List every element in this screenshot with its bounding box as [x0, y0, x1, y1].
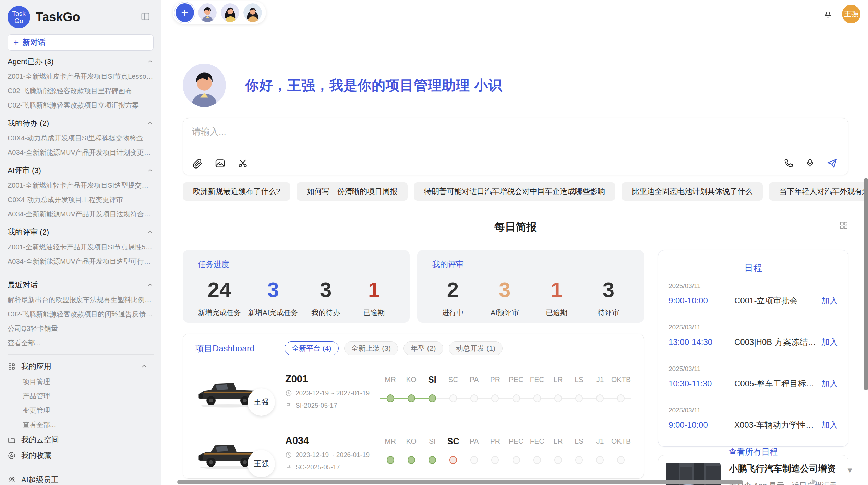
apps-grid-icon: [8, 362, 16, 371]
sidebar-section: Agent已办 (3) Z001-全新燃油皮卡产品开发项目SI节点Lesson …: [8, 54, 154, 112]
milestone-dot[interactable]: [596, 394, 604, 402]
milestone-dot[interactable]: [387, 394, 394, 402]
new-chat-button[interactable]: + 新对话: [8, 34, 154, 51]
project-info: A034 2023-12-19 ~ 2026-01-19 SC-2025-05-…: [285, 435, 371, 471]
recent-conversation-item[interactable]: 查看全部...: [8, 336, 154, 350]
sidebar-item-favorites[interactable]: 我的收藏: [8, 448, 154, 463]
sidebar-section-title: 我的评审 (2): [8, 227, 49, 237]
suggestion-chip[interactable]: 如何写一份清晰的项目周报: [297, 182, 408, 201]
sidebar-section-header[interactable]: 我的待办 (2): [8, 116, 154, 131]
sidebar-conversation-item[interactable]: C02-飞腾新能源轻客改款项目里程碑画布: [8, 84, 154, 98]
sidebar-tool-item[interactable]: AI超级员工: [8, 472, 154, 485]
milestone-dot[interactable]: [408, 394, 415, 402]
user-avatar[interactable]: 王强: [842, 5, 860, 23]
stat-value: 24: [208, 278, 231, 301]
phone-call-icon[interactable]: [784, 158, 794, 168]
image-icon[interactable]: [215, 158, 226, 169]
milestone-dot[interactable]: [449, 456, 457, 464]
dashboard-filter-chip[interactable]: 全新平台 (4): [285, 341, 339, 355]
milestone-dot[interactable]: [449, 394, 457, 402]
sidebar-section-header[interactable]: Agent已办 (3): [8, 54, 154, 69]
join-meeting-link[interactable]: 加入: [821, 378, 838, 389]
layout-grid-icon[interactable]: [839, 221, 848, 232]
milestone-dot[interactable]: [387, 456, 394, 464]
schedule-item: 2025/03/11 9:00-10:00 X003-车辆动力学性能验... 加…: [668, 398, 838, 439]
scroll-right-arrow-icon[interactable]: ▶: [812, 477, 817, 485]
add-agent-button[interactable]: +: [176, 3, 194, 22]
milestone-dot[interactable]: [575, 394, 583, 402]
milestone-dot[interactable]: [596, 456, 604, 464]
milestone-dot[interactable]: [470, 394, 478, 402]
horizontal-scrollbar-thumb[interactable]: [177, 480, 743, 484]
agent-avatar-1[interactable]: [198, 3, 217, 22]
milestone-dot[interactable]: [575, 456, 583, 464]
my-apps-subitem[interactable]: 产品管理: [8, 389, 154, 403]
notification-bell-icon[interactable]: [823, 9, 833, 19]
milestone-dot[interactable]: [554, 394, 562, 402]
dashboard-filter-chip[interactable]: 年型 (2): [403, 341, 443, 355]
milestone-dot[interactable]: [470, 456, 478, 464]
my-apps-subitem[interactable]: 项目管理: [8, 374, 154, 389]
join-meeting-link[interactable]: 加入: [821, 295, 838, 306]
milestone-dot[interactable]: [491, 456, 499, 464]
tool-label: AI超级员工: [21, 475, 59, 485]
recent-conversation-item[interactable]: 解释最新出台的欧盟报废车法规再生塑料比例被调至15%...: [8, 293, 154, 307]
milestone-dot[interactable]: [491, 394, 499, 402]
agent-avatar-2[interactable]: [221, 3, 239, 22]
milestone-dot[interactable]: [617, 456, 625, 464]
attachment-icon[interactable]: [192, 158, 203, 169]
sidebar-conversation-item[interactable]: Z001-全新燃油轻卡产品开发项目SI造型提交物评审: [8, 178, 154, 192]
dashboard-filter-chip[interactable]: 全新上装 (3): [344, 341, 398, 355]
milestone-dot[interactable]: [429, 456, 436, 464]
cloud-space-label: 我的云空间: [21, 435, 59, 445]
chat-input[interactable]: [192, 126, 839, 150]
milestone-dot[interactable]: [513, 456, 520, 464]
microphone-icon[interactable]: [805, 158, 815, 168]
agent-avatar-3[interactable]: [243, 3, 262, 22]
stat-value: 3: [267, 278, 279, 301]
sidebar-collapse-icon[interactable]: [140, 12, 151, 23]
join-meeting-link[interactable]: 加入: [821, 420, 838, 431]
my-apps-subitem[interactable]: 查看全部...: [8, 418, 154, 432]
sidebar-item-my-apps[interactable]: 我的应用: [8, 359, 154, 374]
milestone-dot[interactable]: [533, 456, 541, 464]
milestone-dot[interactable]: [408, 456, 415, 464]
milestone-label: LR: [547, 435, 568, 447]
sidebar-conversation-item[interactable]: C0X4-动力总成开发项目工程变更评审: [8, 192, 154, 207]
scroll-down-indicator-icon[interactable]: ▼: [846, 466, 854, 475]
milestone-dot[interactable]: [429, 394, 436, 402]
sidebar-conversation-item[interactable]: A034-全新新能源MUV产品开发项目造型可行性评审: [8, 254, 154, 269]
milestone-dot[interactable]: [554, 456, 562, 464]
sidebar-conversation-item[interactable]: C02-飞腾新能源轻客改款项目立项汇报方案: [8, 98, 154, 112]
sidebar-section-header[interactable]: AI评审 (3): [8, 163, 154, 178]
recent-conversation-item[interactable]: 公司Q3轻卡销量: [8, 321, 154, 336]
dashboard-filter-chip[interactable]: 动总开发 (1): [449, 341, 503, 355]
suggestion-chip[interactable]: 比亚迪全固态电池计划具体说了什么: [622, 182, 763, 201]
sidebar-conversation-item[interactable]: Z001-全新燃油皮卡产品开发项目SI节点Lesson Learn报告: [8, 69, 154, 84]
sidebar-conversation-item[interactable]: A034-全新新能源MUV产品开发项目法规符合性评审: [8, 207, 154, 221]
sidebar-conversation-item[interactable]: A034-全新新能源MUV产品开发项目计划变更表编写: [8, 145, 154, 160]
vertical-scrollbar-thumb[interactable]: [864, 178, 868, 390]
recent-section-header[interactable]: 最近对话: [8, 277, 154, 293]
sidebar-item-cloud-space[interactable]: 我的云空间: [8, 432, 154, 448]
milestone-dot[interactable]: [617, 394, 625, 402]
suggestion-chip[interactable]: 当下年轻人对汽车外观有怎样的喜好趋势: [769, 182, 868, 201]
milestone-label: FEC: [527, 435, 547, 447]
my-apps-subitem[interactable]: 变更管理: [8, 403, 154, 418]
project-row[interactable]: 王强 A034 2023-12-19 ~ 2026-01-19 SC-2025-…: [195, 427, 631, 478]
milestone-label: LS: [569, 435, 590, 447]
scissors-icon[interactable]: [237, 158, 248, 169]
milestone-track: MRKOSISCPAPRPECFECLRLSJ1OKTB: [380, 373, 631, 409]
milestone-dot[interactable]: [513, 394, 520, 402]
project-row[interactable]: 王强 Z001 2023-12-19 ~ 2027-01-19 SI-2025-…: [195, 365, 631, 417]
chevron-up-icon: [147, 229, 154, 236]
sidebar-conversation-item[interactable]: Z001-全新燃油轻卡产品开发项目SI节点属性5D文件评审: [8, 240, 154, 254]
recent-conversation-item[interactable]: C02-飞腾新能源轻客改款项目的闭环通告反馈情况: [8, 307, 154, 321]
join-meeting-link[interactable]: 加入: [821, 337, 838, 348]
sidebar-conversation-item[interactable]: C0X4-动力总成开发项目SI里程碑提交物检查: [8, 131, 154, 145]
send-icon[interactable]: [826, 157, 838, 169]
sidebar-section-header[interactable]: 我的评审 (2): [8, 225, 154, 240]
suggestion-chip[interactable]: 特朗普可能对进口汽车增税会对中国车企造成哪些影响: [414, 182, 615, 201]
milestone-dot[interactable]: [533, 394, 541, 402]
suggestion-chip[interactable]: 欧洲新规最近颁布了什么?: [183, 182, 290, 201]
